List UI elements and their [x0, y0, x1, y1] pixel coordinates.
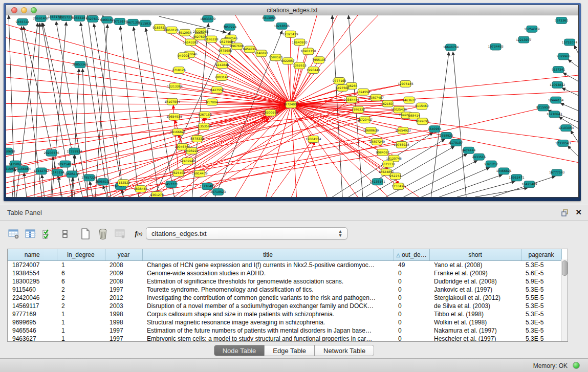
graph-node[interactable]: 8813054	[262, 15, 276, 21]
graph-node[interactable]: 9355724	[16, 18, 30, 25]
graph-node[interactable]: 8427552	[210, 86, 224, 93]
graph-node[interactable]: 19218506	[274, 23, 290, 29]
graph-node[interactable]: 5572361	[555, 17, 569, 24]
show-columns-icon[interactable]	[24, 227, 37, 240]
graph-node[interactable]: 19384554	[306, 136, 321, 143]
graph-node[interactable]: 9163822	[153, 24, 166, 31]
graph-node[interactable]: 62160	[382, 100, 393, 107]
graph-node[interactable]: 18300295	[263, 110, 279, 116]
graph-node[interactable]: 8878332	[190, 136, 204, 142]
graph-node[interactable]: 18952471	[509, 174, 525, 181]
table-row[interactable]: 1872400712008Changes of HCN gene express…	[8, 261, 561, 270]
graph-node[interactable]: 8912934	[178, 29, 192, 36]
graph-node[interactable]: 8215958	[536, 104, 550, 111]
column-header-title[interactable]: title	[142, 249, 394, 261]
graph-node[interactable]: 7986332	[352, 106, 365, 113]
graph-node[interactable]: 9361212	[484, 161, 498, 167]
graph-node[interactable]: 16425409	[521, 181, 537, 188]
graph-node[interactable]: 17330543	[555, 140, 571, 146]
graph-node[interactable]: 1733426	[391, 183, 405, 190]
graph-node[interactable]: 12213977	[516, 36, 532, 43]
column-header-pagerank[interactable]: pagerank	[521, 249, 561, 261]
table-row[interactable]: 1830029562008Estimation of significance …	[8, 277, 561, 286]
table-row[interactable]: 2242004622012Investigating the contribut…	[8, 294, 561, 302]
graph-node[interactable]: 2933516	[472, 154, 486, 160]
column-header-year[interactable]: year	[105, 249, 142, 261]
graph-node[interactable]: 20206576	[43, 149, 59, 156]
graph-node[interactable]: 2803144	[215, 74, 229, 81]
graph-node[interactable]: 9329966	[557, 53, 571, 60]
table-row[interactable]: 1938455462009Genome-wide association stu…	[8, 269, 561, 277]
graph-node[interactable]: 18640910	[292, 39, 308, 46]
graph-node[interactable]: 9474444	[462, 147, 476, 154]
float-panel-icon[interactable]	[561, 209, 570, 217]
column-header-out_de[interactable]: △out_de…	[394, 249, 429, 261]
graph-node[interactable]: 16543382	[183, 39, 199, 46]
graph-node[interactable]: 9115460	[415, 103, 429, 110]
graph-node[interactable]: 8267150	[198, 112, 212, 118]
graph-node[interactable]: 19654933	[166, 114, 182, 120]
new-table-icon[interactable]	[79, 227, 92, 240]
graph-node[interactable]: 9699695	[416, 118, 429, 125]
tab-network-table[interactable]: Network Table	[315, 345, 374, 356]
graph-node[interactable]: 19654923	[395, 127, 411, 134]
graph-node[interactable]: 12325419	[282, 31, 298, 37]
graph-node[interactable]: 8960128	[165, 27, 179, 33]
graph-node[interactable]: 10466821	[496, 168, 512, 174]
table-scrollbar-thumb[interactable]	[562, 260, 568, 276]
graph-node[interactable]: 2718126	[172, 67, 186, 74]
graph-node[interactable]: 16777593	[549, 169, 565, 176]
graph-node[interactable]: 19734493	[488, 43, 504, 50]
graph-node[interactable]: 10688639	[363, 127, 379, 134]
network-view-window[interactable]: citations_edges.txt 93557242069140614631…	[4, 3, 581, 201]
graph-node[interactable]: 20691406	[33, 15, 49, 21]
graph-node[interactable]: 9146821	[254, 50, 268, 57]
graph-node[interactable]: 25160650	[6, 148, 15, 155]
graph-node[interactable]: 1990443	[307, 67, 320, 74]
graph-node[interactable]: 9457771	[164, 181, 178, 188]
graph-node[interactable]: 1588520	[269, 54, 282, 61]
graph-node[interactable]: 8186328	[205, 36, 219, 42]
graph-node[interactable]: 10975487	[57, 161, 73, 167]
graph-node[interactable]: 9227341	[552, 67, 565, 73]
graph-node[interactable]: 7857224	[223, 24, 237, 30]
graph-node[interactable]: 3824554	[357, 89, 371, 95]
tab-node-table[interactable]: Node Table	[214, 345, 265, 356]
table-settings-icon[interactable]	[7, 227, 20, 240]
graph-node[interactable]: 7625402	[171, 170, 185, 177]
graph-node[interactable]: 12409948	[180, 158, 195, 164]
graph-node[interactable]: 15720407	[357, 117, 373, 123]
graph-node[interactable]: 13505135	[64, 171, 80, 178]
graph-node[interactable]: 1145194	[51, 169, 64, 176]
graph-node[interactable]: 15751074	[562, 39, 578, 46]
column-header-short[interactable]: short	[429, 249, 521, 261]
graph-node[interactable]: 16210643	[547, 111, 562, 118]
graph-node[interactable]: 9463627	[402, 97, 416, 103]
function-builder-icon[interactable]: f(x)	[132, 227, 145, 240]
graph-node[interactable]: 18807249	[369, 138, 385, 145]
graph-node[interactable]: 1640954	[428, 126, 442, 133]
graph-node[interactable]: 1838455	[134, 186, 148, 192]
node-table[interactable]: namein_degreeyeartitle△out_de…shortpager…	[8, 249, 562, 342]
graph-node[interactable]: 20718523	[210, 189, 226, 195]
graph-node[interactable]: 18107554	[164, 98, 180, 105]
close-panel-icon[interactable]: ✕	[575, 208, 582, 217]
graph-node[interactable]: 16648784	[443, 44, 459, 51]
tab-edge-table[interactable]: Edge Table	[265, 345, 315, 356]
graph-node[interactable]: 39159	[6, 166, 13, 172]
table-row[interactable]: 946362711997Embryonic stem cells: a mode…	[8, 335, 561, 342]
graph-node[interactable]: 11156864	[15, 166, 31, 172]
graph-node[interactable]: 16961758	[300, 48, 316, 55]
graph-node[interactable]: 12975185	[398, 80, 413, 87]
table-selector-dropdown[interactable]: citations_edges.txt ▲▼	[146, 227, 347, 239]
graph-node[interactable]: 5958923	[440, 133, 453, 139]
graph-node[interactable]: 9084067	[376, 149, 389, 156]
table-row[interactable]: 946554611997Estimation of the future num…	[8, 326, 561, 335]
graph-node[interactable]: 1615132	[381, 161, 395, 167]
graph-node[interactable]: 949905	[178, 53, 189, 59]
column-header-name[interactable]: name	[8, 249, 57, 261]
graph-node[interactable]: 9498222	[185, 147, 199, 154]
graph-node[interactable]: 16033809	[200, 15, 216, 22]
delete-table-icon[interactable]	[96, 227, 110, 240]
graph-node[interactable]: 2967608	[230, 43, 244, 50]
